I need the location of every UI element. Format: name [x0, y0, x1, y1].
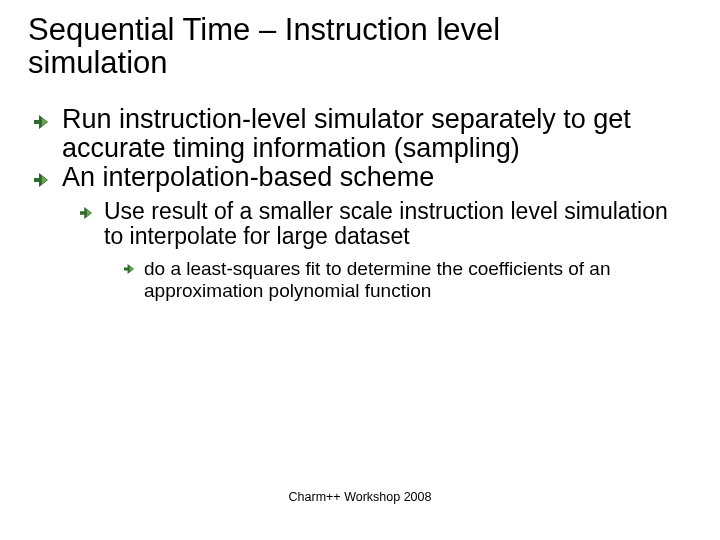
- slide-footer: Charm++ Workshop 2008: [0, 490, 720, 504]
- svg-marker-7: [130, 266, 134, 272]
- arrow-bullet-icon: [124, 264, 134, 302]
- list-item: do a least-squares fit to determine the …: [124, 258, 692, 302]
- arrow-bullet-icon: [34, 173, 48, 192]
- slide-title-line1: Sequential Time – Instruction level: [28, 14, 692, 47]
- svg-marker-1: [42, 118, 47, 126]
- svg-marker-5: [87, 209, 91, 216]
- list-item: Use result of a smaller scale instructio…: [80, 199, 692, 251]
- list-item-text: do a least-squares fit to determine the …: [144, 258, 692, 302]
- list-item-text: An interpolation-based scheme: [62, 163, 692, 192]
- slide: Sequential Time – Instruction level simu…: [0, 0, 720, 540]
- list-item-text: Run instruction-level simulator separate…: [62, 105, 692, 163]
- slide-title-line2: simulation: [28, 47, 692, 80]
- list-item-text: Use result of a smaller scale instructio…: [104, 199, 692, 251]
- list-item: Run instruction-level simulator separate…: [34, 105, 692, 163]
- arrow-bullet-icon: [80, 207, 92, 251]
- arrow-bullet-icon: [34, 115, 48, 163]
- list-item: An interpolation-based scheme: [34, 163, 692, 192]
- svg-marker-3: [42, 176, 47, 184]
